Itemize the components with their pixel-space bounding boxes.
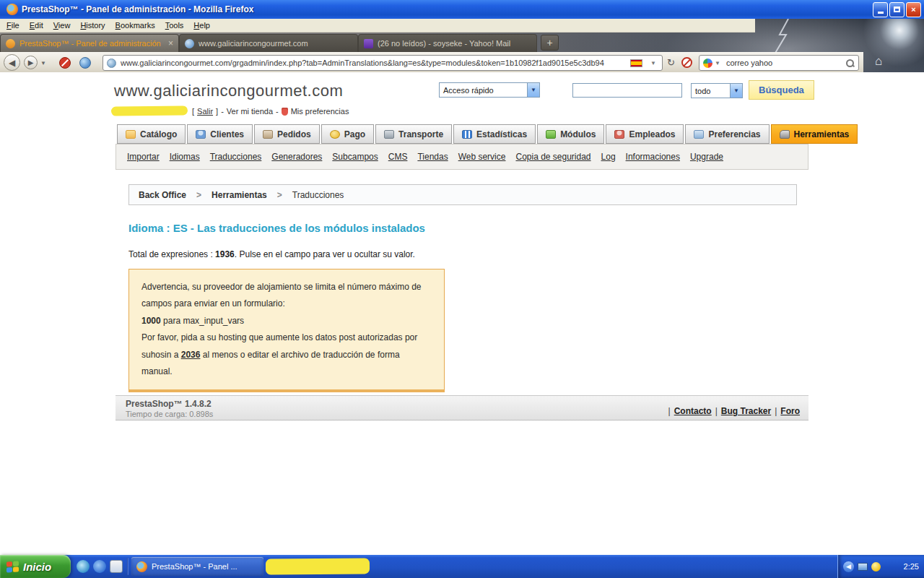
tab-galiciarincongourmet[interactable]: www.galiciarincongourmet.com xyxy=(179,34,358,52)
new-tab-button[interactable]: + xyxy=(541,35,559,51)
menu-edit[interactable]: Edit xyxy=(25,20,48,31)
maximize-button[interactable] xyxy=(889,2,905,17)
warning-line-2: 1000 para max_input_vars xyxy=(141,313,432,329)
quick-access-select[interactable]: Acceso rápido ▼ xyxy=(439,82,540,98)
payment-icon xyxy=(330,130,340,139)
window-title: PrestaShop™ - Panel de administración - … xyxy=(22,4,873,14)
quick-launch-app-icon[interactable] xyxy=(110,560,123,573)
menu-help[interactable]: Help xyxy=(188,20,215,31)
bug-tracker-link[interactable]: Bug Tracker xyxy=(721,406,771,416)
minimize-button[interactable] xyxy=(873,2,888,17)
submenu-importar[interactable]: Importar xyxy=(127,152,160,162)
browser-search-input[interactable] xyxy=(726,59,845,67)
max-input-vars-value: 1000 xyxy=(141,316,161,326)
forward-button[interactable]: ▶ xyxy=(24,56,38,69)
firefox-task-button[interactable]: PrestaShop™ - Panel ... xyxy=(131,557,263,576)
tab-yahoo-mail[interactable]: (26 no leídos) - soyseke - Yahoo! Mail xyxy=(358,34,537,52)
adblock-icon[interactable] xyxy=(59,57,71,69)
addon-globe-icon[interactable] xyxy=(79,57,91,69)
blocked-content-icon[interactable] xyxy=(681,57,692,68)
tab-clientes[interactable]: Clientes xyxy=(187,124,253,144)
tab-herramientas[interactable]: Herramientas xyxy=(771,124,858,144)
warning-line-3: Por favor, pida a su hosting que aumente… xyxy=(141,329,432,380)
submenu-cms[interactable]: CMS xyxy=(388,152,408,162)
breadcrumb-herramientas[interactable]: Herramientas xyxy=(212,190,267,200)
search-button[interactable]: Búsqueda xyxy=(749,80,814,100)
chevron-down-icon[interactable]: ▼ xyxy=(730,84,742,98)
search-scope-label: todo xyxy=(692,87,730,95)
spain-flag-icon[interactable] xyxy=(630,59,642,67)
submenu-upgrade[interactable]: Upgrade xyxy=(690,152,723,162)
history-dropdown-icon[interactable]: ▼ xyxy=(40,60,46,66)
load-time: Tiempo de carga: 0.898s xyxy=(126,410,213,418)
taskbar: Inicio PrestaShop™ - Panel ... ◀ 2:25 xyxy=(0,555,924,578)
tab-label: Clientes xyxy=(210,129,244,139)
maximize-icon xyxy=(894,7,900,12)
tab-modulos[interactable]: Módulos xyxy=(537,124,604,144)
google-icon[interactable] xyxy=(703,59,712,68)
reload-icon[interactable]: ↻ xyxy=(667,57,675,68)
tab-catalogo[interactable]: Catálogo xyxy=(117,124,186,144)
menu-history[interactable]: History xyxy=(75,20,110,31)
preferences-icon xyxy=(282,108,288,116)
tab-close-icon[interactable]: × xyxy=(168,38,173,48)
menu-view[interactable]: View xyxy=(48,20,76,31)
chevron-down-icon[interactable]: ▼ xyxy=(527,83,539,97)
yahoo-favicon xyxy=(364,39,373,48)
close-button[interactable]: × xyxy=(906,2,921,17)
logout-link[interactable]: Salir xyxy=(197,107,213,116)
stats-icon xyxy=(462,130,472,139)
tab-transporte[interactable]: Transporte xyxy=(375,124,452,144)
url-bar[interactable]: www.galiciarincongourmet.com/grgadmin/in… xyxy=(103,55,663,71)
quick-launch-desktop-icon[interactable] xyxy=(77,560,90,573)
magnifier-icon[interactable] xyxy=(845,59,855,68)
search-engine-dropdown-icon[interactable]: ▼ xyxy=(712,60,723,66)
submenu-tiendas[interactable]: Tiendas xyxy=(417,152,448,162)
submenu-log[interactable]: Log xyxy=(601,152,616,162)
tab-pago[interactable]: Pago xyxy=(321,124,374,144)
menu-tools[interactable]: Tools xyxy=(160,20,189,31)
network-icon[interactable] xyxy=(858,563,868,571)
search-scope-select[interactable]: todo ▼ xyxy=(691,83,743,98)
submenu-traducciones[interactable]: Traducciones xyxy=(210,152,262,162)
submenu-generadores[interactable]: Generadores xyxy=(271,152,322,162)
tab-pedidos[interactable]: Pedidos xyxy=(254,124,320,144)
shop-search-input[interactable] xyxy=(572,83,682,98)
quick-launch-ie-icon[interactable] xyxy=(93,560,106,573)
window-controls: × xyxy=(873,2,921,17)
menu-file[interactable]: File xyxy=(1,20,25,31)
submenu-idiomas[interactable]: Idiomas xyxy=(170,152,200,162)
tab-label: Estadísticas xyxy=(476,129,527,139)
suhosin-value: 2036 xyxy=(181,350,201,360)
my-preferences-link[interactable]: Mis preferencias xyxy=(291,107,349,116)
page-content: www.galiciarincongourmet.com Acceso rápi… xyxy=(0,72,924,555)
submenu-copia-seguridad[interactable]: Copia de seguridad xyxy=(515,152,590,162)
back-button[interactable]: ◀ xyxy=(4,54,20,71)
tab-prestashop[interactable]: PrestaShop™ - Panel de administración × xyxy=(0,34,179,52)
tab-estadisticas[interactable]: Estadísticas xyxy=(453,124,536,144)
breadcrumb-back-office[interactable]: Back Office xyxy=(139,190,186,200)
tab-strip: PrestaShop™ - Panel de administración × … xyxy=(0,33,924,52)
foro-link[interactable]: Foro xyxy=(780,406,800,416)
shop-title: www.galiciarincongourmet.com xyxy=(114,82,343,100)
view-store-link[interactable]: Ver mi tienda xyxy=(227,107,273,116)
submenu-informaciones[interactable]: Informaciones xyxy=(626,152,680,162)
clients-icon xyxy=(196,130,206,139)
submenu-web-service[interactable]: Web service xyxy=(458,152,506,162)
browser-search-bar[interactable]: ▼ xyxy=(699,55,859,71)
breadcrumb: Back Office > Herramientas > Traduccione… xyxy=(128,184,797,205)
tab-preferencias[interactable]: Preferencias xyxy=(685,124,769,144)
home-icon[interactable]: ⌂ xyxy=(875,54,882,69)
messenger-icon[interactable] xyxy=(871,562,881,571)
start-button[interactable]: Inicio xyxy=(0,555,71,578)
page-footer: PrestaShop™ 1.4.8.2 Tiempo de carga: 0.8… xyxy=(116,395,808,420)
menu-bookmarks[interactable]: Bookmarks xyxy=(110,20,160,31)
tab-empleados[interactable]: Empleados xyxy=(606,124,684,144)
url-text[interactable]: www.galiciarincongourmet.com/grgadmin/in… xyxy=(121,59,624,67)
warning-box: Advertencia, su proveedor de alojamiento… xyxy=(128,269,445,392)
prestashop-version: PrestaShop™ 1.4.8.2 xyxy=(126,399,212,409)
hide-icons-chevron[interactable]: ◀ xyxy=(843,561,854,572)
url-dropdown-icon[interactable]: ▼ xyxy=(648,60,658,66)
submenu-subcampos[interactable]: Subcampos xyxy=(332,152,378,162)
contacto-link[interactable]: Contacto xyxy=(674,406,712,416)
